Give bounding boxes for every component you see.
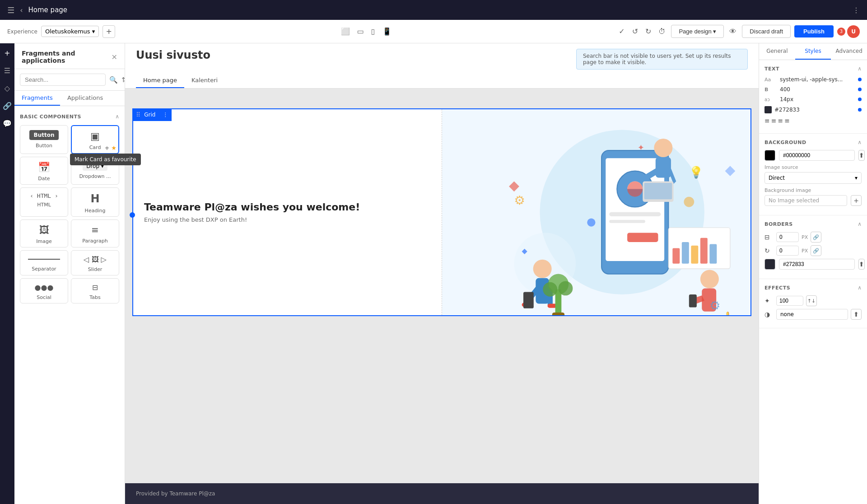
- align-left-icon[interactable]: ≡: [764, 117, 770, 124]
- font-color-swatch[interactable]: [764, 106, 772, 113]
- tab-styles[interactable]: Styles: [795, 43, 831, 60]
- canvas-header: Uusi sivusto Search bar is not visible t…: [125, 43, 759, 89]
- tab-advanced[interactable]: Advanced: [831, 43, 867, 60]
- tabs-label: Tabs: [89, 294, 100, 300]
- nav-kalenteri[interactable]: Kalenteri: [184, 73, 225, 88]
- undo-icon[interactable]: ↺: [630, 25, 640, 37]
- border-color-upload-icon[interactable]: ⬆: [858, 259, 865, 270]
- sort-icon[interactable]: ⇅: [121, 76, 125, 84]
- page-design-button[interactable]: Page design ▾: [671, 25, 724, 38]
- section-toggle-icon[interactable]: ∧: [115, 113, 119, 120]
- component-separator[interactable]: Separator: [20, 250, 68, 275]
- back-icon[interactable]: ‹: [20, 6, 23, 14]
- svg-rect-20: [689, 294, 696, 307]
- search-input[interactable]: [20, 74, 106, 86]
- dropdown-label: Dropdown ...: [79, 173, 111, 179]
- effects-toggle-icon[interactable]: ∧: [858, 285, 862, 291]
- chat-icon[interactable]: 💬: [1, 117, 14, 130]
- bg-image-upload-icon[interactable]: +: [851, 195, 862, 206]
- add-button[interactable]: +: [103, 25, 115, 38]
- bg-color-swatch[interactable]: [764, 150, 775, 161]
- border-width-link-icon[interactable]: 🔗: [811, 232, 821, 243]
- border-radius-input[interactable]: [776, 246, 799, 256]
- component-card[interactable]: ▣ Card + ★ Mark Card as favourite: [71, 125, 119, 154]
- avatar[interactable]: U: [847, 25, 860, 38]
- history-icon[interactable]: ⏱: [657, 25, 667, 37]
- tab-general[interactable]: General: [759, 43, 795, 60]
- check-icon[interactable]: ✓: [617, 25, 626, 37]
- component-slider[interactable]: ◁ 🖼 ▷ Slider: [71, 250, 119, 275]
- text-section-toggle-icon[interactable]: ∧: [858, 65, 862, 72]
- search-icon[interactable]: 🔍: [109, 76, 118, 84]
- experience-label: Experience: [7, 28, 37, 35]
- star-card-icon[interactable]: ★: [111, 145, 117, 151]
- shapes-icon[interactable]: ◇: [3, 82, 12, 94]
- font-family-row: Aa system-ui, -apple-sys...: [764, 76, 862, 83]
- font-weight-value: 400: [780, 86, 855, 93]
- publish-button[interactable]: Publish: [794, 25, 834, 37]
- text-section-header: TEXT ∧: [764, 65, 862, 72]
- border-color-swatch[interactable]: [764, 259, 775, 270]
- separator-label: Separator: [32, 266, 56, 272]
- topbar: ☰ ‹ Home page ⋮: [0, 0, 867, 20]
- close-icon[interactable]: ✕: [112, 53, 117, 61]
- bg-color-input[interactable]: [779, 150, 855, 161]
- tab-applications[interactable]: Applications: [60, 91, 110, 106]
- nav-home[interactable]: Home page: [136, 73, 184, 88]
- card-label: Card: [89, 145, 101, 150]
- bg-section-title: BACKGROUND: [764, 140, 806, 145]
- component-image[interactable]: 🖼 Image: [20, 219, 68, 247]
- component-date[interactable]: 📅 Date: [20, 157, 68, 185]
- opacity-input[interactable]: [776, 296, 803, 306]
- image-source-select[interactable]: Direct ▾: [764, 172, 862, 184]
- align-right-icon[interactable]: ≡: [778, 117, 783, 124]
- component-heading[interactable]: H Heading: [71, 187, 119, 217]
- discard-draft-button[interactable]: Discard draft: [742, 25, 791, 38]
- svg-point-21: [587, 218, 595, 226]
- bg-upload-icon[interactable]: ⬆: [858, 150, 865, 161]
- image-label: Image: [36, 238, 51, 244]
- border-radius-link-icon[interactable]: 🔗: [811, 245, 821, 256]
- mobile-icon[interactable]: 📱: [381, 25, 393, 37]
- component-social[interactable]: ●●● Social: [20, 278, 68, 303]
- component-button[interactable]: Button Button: [20, 125, 68, 154]
- borders-toggle-icon[interactable]: ∧: [858, 221, 862, 227]
- sidebar-toggle-icon[interactable]: ☰: [7, 5, 14, 15]
- heading-preview-icon: H: [90, 192, 99, 205]
- redo-icon[interactable]: ↻: [643, 25, 653, 37]
- border-color-input[interactable]: [779, 259, 855, 270]
- layers-icon[interactable]: ☰: [2, 65, 12, 77]
- component-paragraph[interactable]: ≡ Paragraph: [71, 219, 119, 247]
- bg-section-toggle-icon[interactable]: ∧: [858, 139, 862, 145]
- border-width-input[interactable]: [776, 232, 799, 242]
- preview-icon[interactable]: 👁: [727, 25, 738, 37]
- component-tabs[interactable]: ⊟ Tabs: [71, 278, 119, 303]
- experience-select[interactable]: Oletuskokemus ▾: [41, 26, 99, 37]
- link-icon[interactable]: 🔗: [1, 100, 14, 112]
- svg-rect-8: [627, 233, 658, 242]
- border-width-icon: ⊟: [764, 233, 774, 241]
- blend-mode-select[interactable]: none: [776, 309, 848, 320]
- icon-bar: + ☰ ◇ 🔗 💬: [0, 43, 14, 504]
- tablet-h-icon[interactable]: ▭: [355, 25, 366, 37]
- svg-rect-30: [681, 242, 689, 264]
- basic-components-header: BASIC COMPONENTS ∧: [20, 112, 119, 123]
- blend-mode-upload-icon[interactable]: ⬆: [851, 309, 862, 320]
- illustration: ⚙ ⚙ 💡 ✦ ◆ 👆: [442, 109, 751, 315]
- canvas-area: Uusi sivusto Search bar is not visible t…: [125, 43, 759, 504]
- component-html[interactable]: ‹ HTML › HTML: [20, 187, 68, 217]
- align-justify-icon[interactable]: ≡: [784, 117, 790, 124]
- align-center-icon[interactable]: ≡: [771, 117, 777, 124]
- tab-fragments[interactable]: Fragments: [14, 91, 60, 106]
- desktop-icon[interactable]: ⬜: [339, 25, 352, 37]
- html-label: HTML: [37, 202, 51, 208]
- grid-options-icon[interactable]: ⋮: [163, 112, 168, 118]
- card-actions: + ★: [104, 145, 117, 151]
- svg-rect-29: [672, 248, 680, 264]
- opacity-link-icon[interactable]: ↑↓: [806, 295, 817, 306]
- plus-icon[interactable]: +: [2, 47, 12, 59]
- site-title: Uusi sivusto: [136, 49, 210, 61]
- add-card-icon[interactable]: +: [104, 145, 109, 151]
- more-options-icon[interactable]: ⋮: [853, 6, 860, 14]
- tablet-v-icon[interactable]: ▯: [369, 25, 377, 37]
